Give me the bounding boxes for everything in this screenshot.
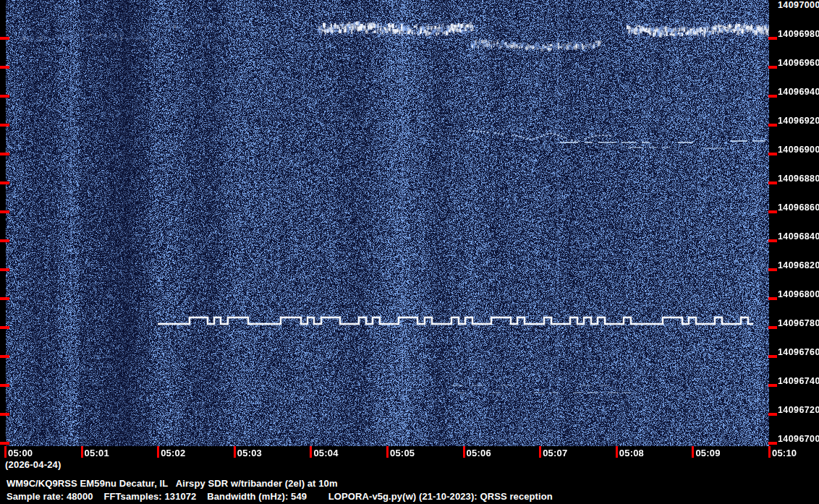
time-label-05:02: 05:02	[161, 448, 185, 458]
freq-tick-left-14096940	[0, 95, 9, 98]
freq-tick-left-14096860	[0, 210, 9, 213]
freq-tick-left-14096880	[0, 181, 9, 184]
freq-tick-left-14096840	[0, 239, 9, 242]
freq-label-14096720: 14096720	[778, 405, 819, 415]
freq-tick-left-14096720	[0, 413, 9, 416]
time-label-05:10: 05:10	[772, 448, 797, 458]
freq-label-14096800: 14096800	[778, 289, 819, 299]
freq-label-14096700: 14096700	[778, 434, 819, 444]
freq-label-14096840: 14096840	[778, 231, 819, 242]
freq-tick-left-14096800	[0, 297, 9, 300]
freq-tick-left-14096900	[0, 153, 9, 155]
time-tick-05:03	[234, 446, 236, 458]
time-label-05:05: 05:05	[390, 448, 415, 458]
freq-label-14096920: 14096920	[778, 116, 819, 126]
time-label-05:03: 05:03	[237, 448, 262, 458]
freq-tick-right-14096900	[768, 153, 777, 155]
freq-tick-right-14096840	[768, 239, 777, 242]
time-tick-05:10	[768, 446, 771, 458]
freq-label-14096780: 14096780	[778, 318, 819, 328]
time-tick-05:00	[4, 446, 7, 458]
time-tick-05:02	[157, 446, 159, 458]
freq-label-14096760: 14096760	[778, 347, 819, 357]
freq-label-14096960: 14096960	[778, 58, 819, 68]
time-tick-05:04	[310, 446, 312, 458]
time-tick-05:06	[463, 446, 465, 458]
receiver-params-line: Sample rate: 48000 FFTsamples: 131072 Ba…	[7, 491, 553, 502]
time-label-05:08: 05:08	[619, 448, 644, 458]
freq-label-14096860: 14096860	[778, 202, 819, 213]
freq-tick-right-14096920	[768, 124, 777, 127]
freq-tick-left-14096820	[0, 268, 9, 271]
freq-tick-left-14096960	[0, 66, 9, 69]
freq-tick-right-14096820	[768, 268, 777, 271]
freq-tick-left-14096760	[0, 355, 9, 358]
date-label: (2026-04-24)	[5, 459, 61, 470]
freq-tick-left-14096740	[0, 384, 9, 387]
time-tick-05:05	[386, 446, 389, 458]
time-label-05:01: 05:01	[85, 448, 109, 458]
freq-tick-right-14096980	[768, 37, 777, 40]
freq-label-14096980: 14096980	[778, 29, 819, 39]
freq-tick-right-14096700	[768, 442, 777, 445]
freq-tick-right-14096800	[768, 297, 777, 300]
freq-label-14096740: 14096740	[778, 376, 819, 386]
freq-tick-left-14096980	[0, 37, 9, 40]
time-tick-05:09	[692, 446, 694, 458]
freq-label-14096900: 14096900	[778, 145, 819, 155]
freq-tick-right-14096760	[768, 355, 777, 358]
time-tick-05:08	[616, 446, 618, 458]
freq-tick-right-14096940	[768, 95, 777, 98]
freq-label-14096820: 14096820	[778, 260, 819, 270]
freq-tick-right-14096740	[768, 384, 777, 387]
time-tick-05:01	[81, 446, 83, 458]
lopora-grabber-window: 1409700014096980140969601409694014096920…	[0, 0, 819, 504]
time-label-05:00: 05:00	[8, 448, 33, 458]
freq-tick-left-14096920	[0, 124, 9, 127]
station-info-line: WM9C/KQ9RSS EM59nu Decatur, IL Airspy SD…	[7, 478, 338, 489]
time-tick-05:07	[539, 446, 541, 458]
freq-tick-left-14096780	[0, 326, 9, 329]
time-label-05:07: 05:07	[543, 448, 567, 458]
freq-label-14096880: 14096880	[778, 174, 819, 184]
freq-tick-right-14096960	[768, 66, 777, 69]
freq-tick-right-14096860	[768, 210, 777, 213]
freq-tick-left-14096700	[0, 442, 9, 445]
freq-tick-right-14096720	[768, 413, 777, 416]
time-label-05:09: 05:09	[695, 448, 720, 458]
freq-tick-right-14096880	[768, 181, 777, 184]
freq-label-14097000: 14097000	[778, 0, 819, 10]
time-label-05:04: 05:04	[313, 448, 338, 458]
time-label-05:06: 05:06	[467, 448, 491, 458]
freq-label-14096940: 14096940	[778, 87, 819, 97]
freq-tick-right-14096780	[768, 326, 777, 329]
spectrogram-waterfall	[6, 0, 769, 446]
